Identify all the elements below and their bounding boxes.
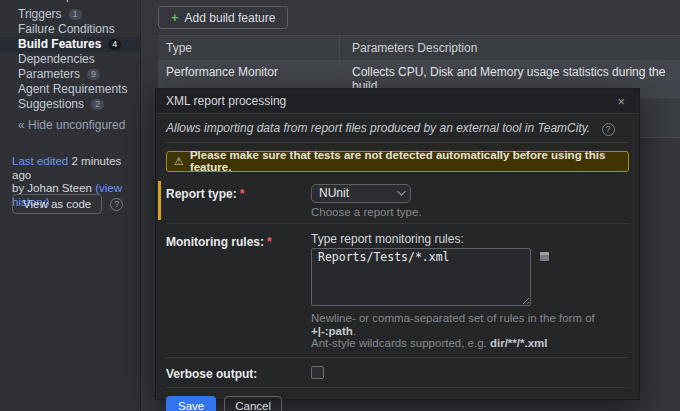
warning-text: Please make sure that tests are not dete… bbox=[190, 149, 621, 173]
count-badge: 4 bbox=[108, 39, 121, 50]
help-icon[interactable]: ? bbox=[110, 198, 123, 211]
last-edited-link[interactable]: Last edited bbox=[12, 155, 68, 167]
sidebar-item-label: Build Features bbox=[18, 37, 101, 52]
column-header-type: Type bbox=[158, 36, 340, 60]
view-as-code-button[interactable]: View as code bbox=[12, 194, 102, 214]
view-as-code-row: View as code ? bbox=[12, 194, 123, 214]
verbose-output-checkbox[interactable] bbox=[311, 366, 324, 379]
monitoring-rules-textarea[interactable]: Reports/Tests/*.xml bbox=[311, 248, 531, 306]
sidebar-item-label: Parameters bbox=[18, 67, 80, 82]
chevron-down-icon bbox=[397, 187, 405, 195]
count-badge: 2 bbox=[91, 99, 104, 110]
report-type-row: Report type:* NUnit Choose a report type… bbox=[166, 178, 629, 225]
monitoring-rules-control: Type report monitoring rules: Reports/Te… bbox=[311, 232, 633, 350]
dialog-body: Allows importing data from report files … bbox=[156, 114, 639, 411]
dialog-footer: Save Cancel bbox=[166, 388, 629, 411]
sidebar-item-triggers[interactable]: Triggers 1 bbox=[0, 7, 140, 22]
warning-banner: ⚠ Please make sure that tests are not de… bbox=[166, 151, 629, 172]
sidebar-item-suggestions[interactable]: Suggestions 2 bbox=[0, 97, 140, 112]
verbose-output-label: Verbose output: bbox=[166, 364, 311, 382]
sidebar-item-dependencies[interactable]: Dependencies bbox=[0, 52, 140, 67]
report-type-label: Report type:* bbox=[166, 184, 311, 219]
monitoring-rules-row: Monitoring rules:* Type report monitorin… bbox=[166, 224, 629, 358]
dialog-description-text: Allows importing data from report files … bbox=[166, 121, 590, 135]
sidebar-item-label: Build Steps bbox=[18, 0, 79, 3]
close-icon[interactable]: × bbox=[613, 93, 629, 110]
teamcity-build-configuration-page: Build Steps Triggers 1 Failure Condition… bbox=[0, 0, 680, 411]
sidebar-item-build-steps[interactable]: Build Steps bbox=[0, 0, 140, 3]
add-build-feature-label: Add build feature bbox=[185, 11, 276, 25]
sidebar-item-label: Agent Requirements bbox=[18, 82, 127, 97]
report-type-control: NUnit Choose a report type. bbox=[311, 184, 629, 219]
verbose-output-row: Verbose output: bbox=[166, 358, 629, 388]
dialog-header: XML report processing × bbox=[156, 89, 639, 114]
count-badge: 1 bbox=[69, 9, 82, 20]
sidebar-item-parameters[interactable]: Parameters 9 bbox=[0, 67, 140, 82]
dialog-title: XML report processing bbox=[166, 94, 613, 108]
table-header-row: Type Parameters Description bbox=[158, 36, 680, 61]
resize-handle[interactable] bbox=[520, 295, 529, 304]
monitoring-rules-value: Reports/Tests/*.xml bbox=[318, 250, 450, 264]
sidebar-item-label: Suggestions bbox=[18, 97, 84, 112]
sidebar-item-agent-requirements[interactable]: Agent Requirements bbox=[0, 82, 140, 97]
sidebar-item-label: Triggers bbox=[18, 7, 62, 22]
add-build-feature-button[interactable]: + Add build feature bbox=[158, 6, 288, 29]
verbose-output-control bbox=[311, 364, 629, 382]
required-asterisk: * bbox=[267, 235, 272, 249]
warning-icon: ⚠ bbox=[174, 155, 184, 168]
plus-icon: + bbox=[171, 10, 179, 25]
save-button[interactable]: Save bbox=[166, 396, 216, 411]
monitoring-rules-hints: Newline- or comma-separated set of rules… bbox=[311, 312, 633, 350]
last-edited-author: by Johan Steen bbox=[12, 182, 95, 194]
sidebar-item-label: Dependencies bbox=[18, 52, 95, 67]
sidebar-item-label: Failure Conditions bbox=[18, 22, 115, 37]
monitoring-rules-input-wrap: Reports/Tests/*.xml bbox=[311, 248, 633, 306]
sidebar-item-failure-conditions[interactable]: Failure Conditions bbox=[0, 22, 140, 37]
report-type-select[interactable]: NUnit bbox=[311, 184, 411, 203]
settings-nav: Build Steps Triggers 1 Failure Condition… bbox=[0, 0, 140, 112]
cancel-button[interactable]: Cancel bbox=[224, 396, 282, 411]
monitoring-rules-input-label: Type report monitoring rules: bbox=[311, 232, 633, 246]
expand-rules-icon[interactable] bbox=[540, 252, 549, 261]
required-asterisk: * bbox=[240, 187, 245, 201]
column-header-parameters-description: Parameters Description bbox=[340, 36, 680, 60]
report-type-hint: Choose a report type. bbox=[311, 206, 629, 219]
report-type-value: NUnit bbox=[319, 186, 397, 200]
xml-report-processing-dialog: XML report processing × Allows importing… bbox=[155, 88, 640, 400]
settings-sidebar: Build Steps Triggers 1 Failure Condition… bbox=[0, 0, 141, 411]
hide-unconfigured-link[interactable]: « Hide unconfigured bbox=[18, 118, 125, 132]
monitoring-rules-label: Monitoring rules:* bbox=[166, 232, 311, 350]
sidebar-item-build-features[interactable]: Build Features 4 bbox=[0, 37, 140, 52]
dialog-description: Allows importing data from report files … bbox=[166, 114, 629, 143]
count-badge: 9 bbox=[87, 69, 100, 80]
help-icon[interactable]: ? bbox=[602, 123, 615, 136]
